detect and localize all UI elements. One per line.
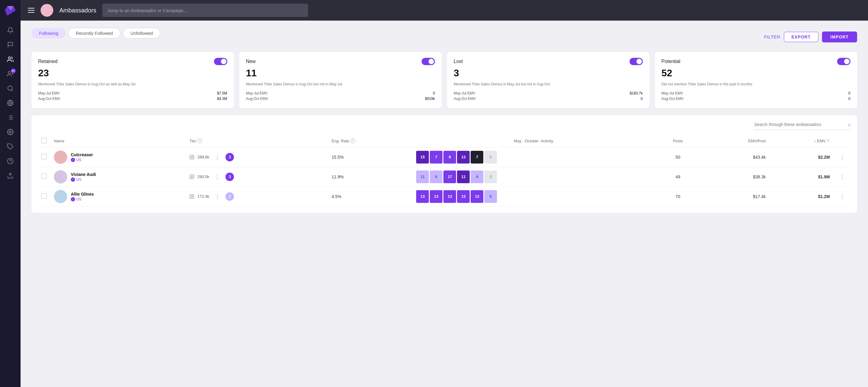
row-dots-menu[interactable]: ⋮ — [837, 153, 847, 161]
table-head: Name Tier ? Eng. Rate ? — [37, 135, 851, 147]
table-search[interactable]: ⌕ — [754, 121, 851, 130]
emv-value: $1.9M — [818, 174, 830, 179]
tab-unfollowed[interactable]: Unfollowed — [123, 28, 160, 38]
dots-menu-tier[interactable]: ⋮ — [212, 153, 222, 162]
activity-cell-1: 6 — [430, 171, 442, 183]
export-button[interactable]: EXPORT — [784, 32, 818, 42]
table-search-row: ⌕ — [37, 121, 851, 130]
svg-point-26 — [191, 176, 193, 177]
row-actions-cell: ⋮ — [834, 186, 851, 206]
card-header-retained: Retained — [38, 58, 227, 65]
row-dots-menu[interactable]: ⋮ — [837, 173, 847, 181]
sidebar-item-help[interactable] — [4, 154, 17, 168]
emv-per-post-cell: $38.3k — [701, 167, 769, 186]
country-label: US — [76, 177, 82, 182]
stat-value: $919k — [425, 97, 435, 101]
row-checkbox[interactable] — [41, 154, 46, 159]
row-checkbox[interactable] — [41, 193, 46, 199]
card-stat-lost-1: Aug-Oct EMV 0 — [454, 97, 643, 101]
sidebar-item-search[interactable] — [4, 82, 17, 95]
help-icon — [7, 158, 13, 165]
sidebar-item-tag[interactable] — [4, 140, 17, 153]
svg-line-8 — [11, 90, 13, 91]
ambassador-name-cell: Viviane Audi ✓ US — [50, 167, 186, 186]
emv-cell: $2.2M — [769, 147, 834, 167]
menu-button[interactable] — [28, 8, 34, 13]
toggle-new[interactable] — [422, 58, 435, 65]
sidebar-item-people[interactable] — [4, 53, 17, 66]
stat-value: $183.7k — [630, 91, 643, 95]
search-icon — [7, 85, 13, 92]
svg-point-30 — [193, 195, 193, 195]
country-label: US — [76, 197, 82, 201]
ambassador-name-cell: Allie Glines ✓ US — [50, 186, 186, 206]
tab-following[interactable]: Following — [31, 28, 66, 38]
sidebar-item-globe[interactable] — [4, 96, 17, 110]
bell-icon — [7, 27, 13, 34]
activity-cell-0: 13 — [416, 190, 429, 203]
row-dots-menu[interactable]: ⋮ — [837, 192, 847, 201]
th-tier: Tier ? — [186, 135, 328, 147]
card-number-retained: 23 — [38, 67, 227, 79]
sidebar-item-list[interactable] — [4, 111, 17, 124]
emv-value: $2.2M — [818, 155, 830, 159]
svg-point-27 — [193, 175, 193, 176]
sidebar: 9+ — [0, 0, 21, 387]
table-row: Cutcreaser ✓ US 289.6k ⋮ 3 15.5%15781370… — [37, 147, 851, 167]
dots-menu-tier[interactable]: ⋮ — [212, 172, 222, 181]
row-checkbox[interactable] — [41, 174, 46, 179]
filter-button[interactable]: FILTER — [764, 34, 780, 39]
global-search[interactable]: Jump to an Ambassador or Campaign... — [102, 4, 308, 17]
activity-cell-3: 11 — [457, 171, 470, 183]
activity-cell-3: 13 — [457, 151, 470, 163]
eng-rate-info-icon[interactable]: ? — [350, 139, 355, 143]
svg-point-3 — [8, 57, 10, 59]
tier-badge: 3 — [225, 153, 234, 161]
instagram-icon — [189, 174, 194, 179]
tab-recently-followed[interactable]: Recently Followed — [68, 28, 120, 38]
ambassador-name: Allie Glines — [71, 192, 94, 197]
import-button[interactable]: IMPORT — [822, 31, 857, 42]
card-stat-retained-1: Aug-Oct EMV $4.3M — [38, 97, 227, 101]
table-search-input[interactable] — [754, 122, 845, 127]
sort-up-icon[interactable]: ⇅ — [827, 139, 830, 143]
eng-rate-value: 15.5% — [332, 155, 344, 159]
stat-label: May-Jul EMV — [246, 91, 268, 95]
sidebar-item-notifications[interactable] — [4, 24, 17, 37]
sidebar-item-add-person[interactable]: 9+ — [4, 67, 17, 81]
activity-cell: 116171140 — [412, 167, 654, 186]
card-desc-new: Mentioned Tribe Sales Demos in Aug-Oct b… — [246, 82, 435, 87]
sidebar-item-settings[interactable] — [4, 125, 17, 139]
verified-icon: ✓ — [71, 197, 75, 201]
logo[interactable] — [0, 0, 21, 21]
tier-cell: 289.6k ⋮ 3 — [186, 147, 328, 167]
posts-cell: 50 — [654, 147, 701, 167]
emv-cell: $1.9M — [769, 167, 834, 186]
tier-badge: 2 — [225, 192, 234, 201]
ambassador-avatar — [54, 170, 67, 183]
stat-value: 0 — [848, 91, 850, 95]
activity-cell-3: 13 — [457, 190, 470, 203]
dots-menu-tier[interactable]: ⋮ — [212, 192, 222, 201]
search-icon-small: ⌕ — [848, 121, 851, 128]
card-desc-potential: Did not mention Tribe Sales Demos in the… — [661, 82, 851, 87]
tier-cell: 172.3k ⋮ 2 — [186, 186, 328, 206]
sidebar-item-flag[interactable] — [4, 38, 17, 52]
activity-cell-2: 17 — [443, 171, 456, 183]
toggle-retained[interactable] — [214, 58, 227, 65]
tier-info-icon[interactable]: ? — [197, 139, 202, 143]
select-all-checkbox[interactable] — [41, 138, 46, 143]
page-title: Ambassadors — [59, 7, 96, 14]
stat-label: May-Jul EMV — [38, 91, 60, 95]
svg-point-7 — [8, 86, 12, 91]
ambassador-avatar — [54, 190, 67, 203]
card-desc-retained: Mentioned Tribe Sales Demos in Aug-Oct a… — [38, 82, 227, 87]
toggle-potential[interactable] — [837, 58, 850, 65]
row-actions-cell: ⋮ — [834, 147, 851, 167]
activity-cell-4: 13 — [471, 190, 483, 203]
card-stat-retained-0: May-Jul EMV $7.5M — [38, 91, 227, 95]
toggle-lost[interactable] — [629, 58, 643, 65]
sidebar-item-export[interactable] — [4, 169, 17, 182]
people-icon — [7, 56, 13, 63]
card-stat-lost-0: May-Jul EMV $183.7k — [454, 91, 643, 95]
